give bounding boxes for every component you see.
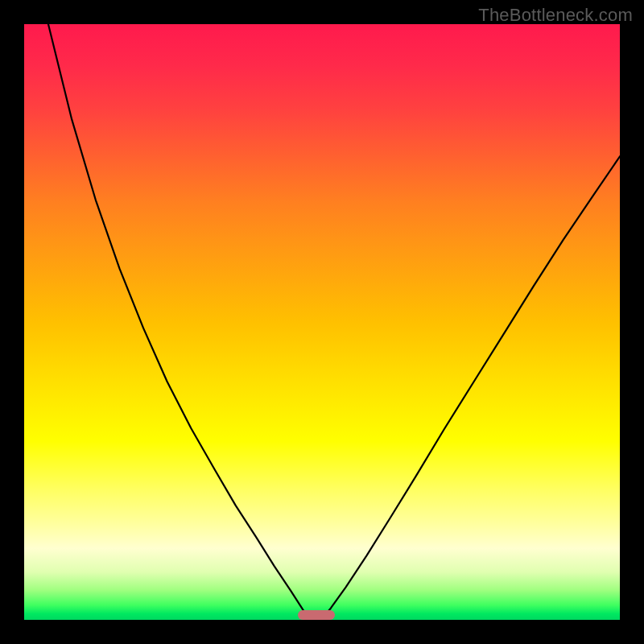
plot-gradient-background xyxy=(24,24,620,620)
optimal-range-marker xyxy=(298,610,335,620)
chart-container: TheBottleneck.com xyxy=(0,0,644,644)
watermark-text: TheBottleneck.com xyxy=(478,5,633,26)
